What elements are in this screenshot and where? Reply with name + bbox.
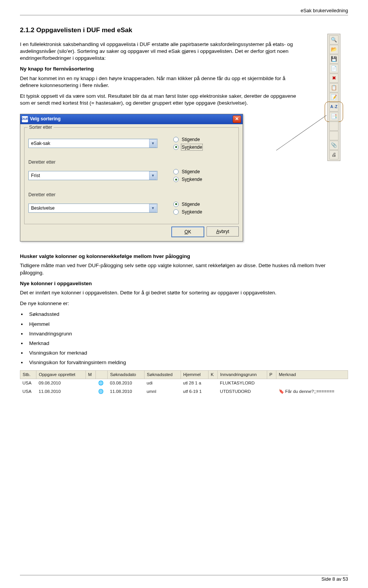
task-table: Stb. Oppgave opprettet M Søknadsdato Søk… [20, 370, 348, 396]
col-stb[interactable]: Stb. [20, 370, 36, 379]
list-item: Søknadssted [27, 311, 348, 318]
radio-synkende-2[interactable]: Synkende [173, 176, 235, 183]
list-item: Merknad [27, 340, 348, 347]
page-footer: Side 8 av 53 [20, 575, 348, 583]
multisort-icon[interactable]: 📑 [329, 112, 338, 121]
save-icon[interactable]: 💾 [329, 54, 338, 64]
tool-icon-b[interactable] [329, 131, 338, 140]
callout-line [276, 115, 327, 151]
magnify-icon[interactable]: 🔍 [329, 35, 338, 44]
sort-field-1[interactable]: eSak-sak ▼ [28, 139, 158, 148]
chevron-down-icon[interactable]: ▼ [149, 171, 157, 180]
paragraph-4: Tidligere måtte man ved hver DUF-påloggi… [20, 262, 348, 276]
radio-synkende-3[interactable]: Synkende [173, 209, 235, 215]
dialog-titlebar: DUF Velg sortering ✕ [20, 114, 243, 124]
radio-synkende-1[interactable]: Synkende [173, 144, 235, 151]
open-icon[interactable]: 📂 [329, 45, 338, 54]
sort-field-2-value: Frist [29, 172, 149, 179]
tool-icon-a[interactable] [329, 122, 338, 131]
col-m[interactable]: M [85, 370, 96, 379]
paragraph-1: I en fullelektronisk saksbehandling vil … [20, 41, 300, 62]
table-row[interactable]: USA 11.08.2010 🌐 11.08.2010 umnl utf 6-1… [20, 388, 348, 396]
note-icon[interactable]: 📝 [329, 93, 338, 102]
paragraph-5: Det er innført nye kolonner i oppgavelis… [20, 289, 348, 296]
sort-dialog: DUF Velg sortering ✕ Sorter etter eSak-s… [20, 114, 243, 242]
new-columns-list: Søknadssted Hjemmel Innvandringsgrunn Me… [27, 311, 348, 366]
globe-icon: 🌐 [96, 379, 108, 388]
col-k[interactable]: K [208, 370, 218, 379]
col-opprettet[interactable]: Oppgave opprettet [36, 370, 85, 379]
col-grunn[interactable]: Innvandringsgrunn [218, 370, 267, 379]
dialog-title: Velg sortering [30, 116, 61, 122]
chevron-down-icon[interactable]: ▼ [149, 204, 157, 212]
table-row[interactable]: USA 09.08.2010 🌐 03.08.2010 udi utl 28 1… [20, 379, 348, 388]
ok-button[interactable]: OK [171, 227, 204, 237]
col-p[interactable]: P [267, 370, 276, 379]
sub-heading-1: Ny knapp for flernivåsortering [20, 66, 348, 72]
delete-icon[interactable]: ✖ [329, 74, 338, 83]
col-hjemmel[interactable]: Hjemmel [181, 370, 209, 379]
globe-icon: 🌐 [96, 388, 108, 396]
vertical-toolbar: 🔍 📂 💾 📄 ✖ 📋 📝 A↓Z 📑 📎 🖨 [327, 34, 340, 161]
attachment-icon[interactable]: 📎 [329, 141, 338, 150]
sort-groupbox: Sorter etter eSak-sak ▼ Stigende Synkend… [24, 127, 239, 225]
sub-heading-2: Husker valgte kolonner og kolonnerekkefø… [20, 253, 348, 260]
col-ico[interactable] [96, 370, 108, 379]
deretter-label-1: Deretter etter [28, 159, 235, 165]
print-icon[interactable]: 🖨 [329, 150, 338, 159]
sort-field-3[interactable]: Beskrivelse ▼ [28, 204, 158, 213]
app-icon: DUF [22, 116, 28, 122]
col-soksted[interactable]: Søknadssted [145, 370, 181, 379]
col-sokdato[interactable]: Søknadsdato [108, 370, 145, 379]
section-heading: 2.1.2 Oppgavelisten i DUF med eSak [20, 26, 348, 35]
sort-field-3-value: Beskrivelse [29, 205, 149, 211]
list-item: Innvandringsgrunn [27, 330, 348, 337]
groupbox-legend: Sorter etter [28, 124, 54, 130]
sub-heading-3: Nye kolonner i oppgavelisten [20, 280, 348, 287]
sort-az-icon[interactable]: A↓Z [329, 102, 338, 112]
note-icon: 🔖 [279, 389, 284, 394]
paragraph-3: Et typisk oppsett vil da være som vist. … [20, 93, 300, 107]
cancel-button[interactable]: Avbryt [207, 227, 239, 237]
doc-icon[interactable]: 📄 [329, 64, 338, 73]
sort-field-1-value: eSak-sak [29, 140, 149, 146]
radio-stigende-1[interactable]: Stigende [173, 136, 235, 143]
chevron-down-icon[interactable]: ▼ [149, 139, 157, 148]
close-icon[interactable]: ✕ [233, 115, 241, 123]
form-icon[interactable]: 📋 [329, 83, 338, 92]
paragraph-2: Det har kommet inn en ny knapp i den høy… [20, 75, 300, 89]
header: eSak brukerveiledning [20, 8, 348, 15]
col-merknad[interactable]: Merknad [276, 370, 348, 379]
radio-stigende-3[interactable]: Stigende [173, 201, 235, 208]
list-item: Visningsikon for merknad [27, 350, 348, 356]
radio-stigende-2[interactable]: Stigende [173, 168, 235, 175]
list-item: Hjemmel [27, 321, 348, 328]
deretter-label-2: Deretter etter [28, 192, 235, 198]
list-item: Visningsikon for forvaltningsintern meld… [27, 359, 348, 366]
paragraph-6: De nye kolonnene er: [20, 300, 300, 307]
sort-field-2[interactable]: Frist ▼ [28, 171, 158, 180]
